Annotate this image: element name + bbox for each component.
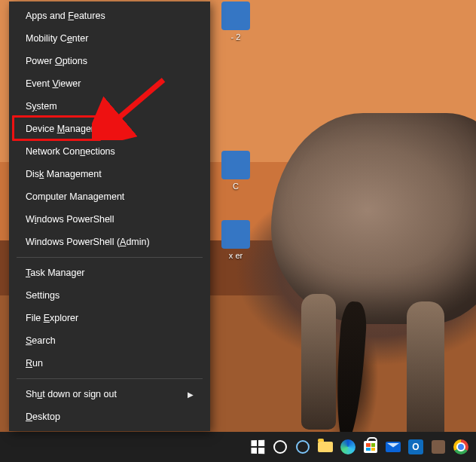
menu-item-label: Computer Management xyxy=(26,191,124,202)
menu-item-label: Disk Management xyxy=(26,169,102,179)
wallpaper-animal-leg xyxy=(407,301,444,445)
taskbar-search-icon[interactable] xyxy=(270,432,291,462)
menu-item-compmgmt[interactable]: Computer Management xyxy=(9,185,210,208)
menu-item-label: Shut down or sign out xyxy=(26,389,117,399)
menu-item-label: Event Viewer xyxy=(26,78,81,89)
menu-item-label: Network Connections xyxy=(26,146,115,157)
menu-item-network[interactable]: Network Connections xyxy=(9,140,210,163)
menu-item-label: Apps and Features xyxy=(26,11,105,21)
menu-item-label: File Explorer xyxy=(26,313,78,323)
menu-item-shutdown[interactable]: Shut down or sign out▶ xyxy=(9,383,210,405)
taskbar-outlook-icon[interactable]: O xyxy=(405,432,426,462)
menu-item-label: Power Options xyxy=(26,56,87,66)
desktop-icon-glyph xyxy=(221,220,250,249)
menu-item-search[interactable]: Search xyxy=(9,329,210,352)
menu-item-run[interactable]: Run xyxy=(9,352,210,375)
menu-item-label: System xyxy=(26,101,57,112)
menu-item-label: Mobility Center xyxy=(26,33,88,44)
menu-item-powershelladmin[interactable]: Windows PowerShell (Admin) xyxy=(9,231,210,253)
annotation-arrow xyxy=(92,72,175,140)
menu-item-label: Search xyxy=(26,335,56,346)
taskbar-edge-icon[interactable] xyxy=(337,432,359,462)
submenu-chevron-icon: ▶ xyxy=(188,390,194,399)
taskbar-store-icon[interactable] xyxy=(360,432,381,462)
svg-line-0 xyxy=(108,80,163,127)
desktop-icon-glyph xyxy=(221,151,250,179)
taskbar: O xyxy=(0,432,476,462)
wallpaper-animal-leg xyxy=(301,294,336,430)
desktop-icon-label: - 2 xyxy=(219,32,252,41)
menu-item-powershell[interactable]: Windows PowerShell xyxy=(9,208,210,231)
menu-item-label: Settings xyxy=(26,290,60,301)
menu-item-label: Windows PowerShell xyxy=(26,214,114,225)
wallpaper-animal-body xyxy=(271,113,476,324)
annotation-highlight-box xyxy=(12,115,101,141)
taskbar-file-explorer-icon[interactable] xyxy=(315,432,336,462)
menu-item-label: Desktop xyxy=(26,412,60,422)
menu-item-apps[interactable]: Apps and Features xyxy=(9,5,210,27)
menu-separator xyxy=(17,378,203,379)
desktop-icon[interactable]: C xyxy=(219,151,252,191)
menu-item-label: Run xyxy=(26,358,43,369)
menu-item-label: Windows PowerShell (Admin) xyxy=(26,237,150,247)
menu-item-label: Task Manager xyxy=(26,268,85,278)
menu-item-mobility[interactable]: Mobility Center xyxy=(9,27,210,50)
taskbar-mail-icon[interactable] xyxy=(383,432,404,462)
start-button[interactable] xyxy=(247,432,268,462)
taskbar-app-icon[interactable] xyxy=(428,432,449,462)
menu-item-power[interactable]: Power Options xyxy=(9,50,210,72)
desktop-icon[interactable]: x er xyxy=(219,220,252,260)
desktop-icon-glyph xyxy=(221,2,250,30)
menu-item-diskmgmt[interactable]: Disk Management xyxy=(9,163,210,185)
desktop-icon[interactable]: - 2 xyxy=(219,2,252,41)
menu-item-explorer[interactable]: File Explorer xyxy=(9,307,210,329)
taskbar-cortana-icon[interactable] xyxy=(292,432,313,462)
menu-item-taskmgr[interactable]: Task Manager xyxy=(9,262,210,284)
menu-item-settings[interactable]: Settings xyxy=(9,284,210,307)
menu-separator xyxy=(17,257,203,258)
desktop-icon-label: C xyxy=(219,182,252,191)
taskbar-chrome-icon[interactable] xyxy=(450,432,471,462)
winx-power-menu[interactable]: Apps and FeaturesMobility CenterPower Op… xyxy=(9,2,210,431)
desktop-icon-label: x er xyxy=(219,251,252,260)
menu-item-desktop[interactable]: Desktop xyxy=(9,405,210,428)
